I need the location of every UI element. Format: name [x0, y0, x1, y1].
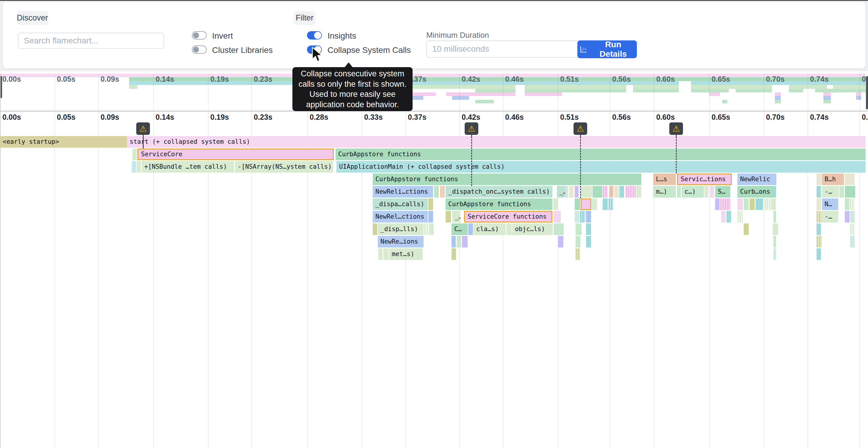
- flame-block[interactable]: L…s: [653, 173, 676, 185]
- flame-block[interactable]: [558, 236, 563, 247]
- flame-block[interactable]: [721, 211, 725, 222]
- flame-block[interactable]: [603, 186, 608, 198]
- cluster-libraries-toggle[interactable]: [192, 45, 207, 54]
- flame-block[interactable]: [765, 199, 770, 210]
- flame-block[interactable]: <early startup>: [0, 136, 127, 148]
- flame-block[interactable]: [575, 199, 580, 210]
- flame-block[interactable]: S…: [715, 186, 730, 198]
- run-details-button[interactable]: Run Details: [578, 40, 637, 58]
- flame-block[interactable]: [816, 248, 821, 260]
- flame-block[interactable]: [468, 223, 473, 235]
- flame-block[interactable]: [452, 236, 456, 247]
- flame-block[interactable]: CurbAppstore functions: [373, 173, 641, 185]
- search-input[interactable]: [18, 33, 164, 49]
- flame-block[interactable]: ServiceCore: [137, 148, 334, 160]
- flame-block[interactable]: CurbAppstore functions: [445, 199, 552, 210]
- flame-block[interactable]: [773, 186, 776, 198]
- filter-button[interactable]: Filter: [293, 11, 316, 25]
- flame-block[interactable]: [845, 173, 855, 185]
- flame-block[interactable]: [428, 199, 433, 210]
- flame-block[interactable]: [816, 199, 821, 210]
- flame-block[interactable]: [773, 248, 776, 260]
- flame-block[interactable]: [457, 236, 461, 247]
- flame-block[interactable]: [816, 211, 822, 222]
- flame-block[interactable]: [593, 186, 602, 198]
- flame-block[interactable]: [586, 236, 591, 247]
- flame-block[interactable]: [850, 199, 855, 210]
- flame-block[interactable]: [614, 186, 619, 198]
- flame-block[interactable]: [737, 199, 743, 210]
- flame-block[interactable]: _disp…lls): [378, 223, 424, 235]
- flame-block[interactable]: [609, 199, 613, 210]
- flame-block[interactable]: N…: [822, 199, 838, 210]
- flame-block[interactable]: [581, 199, 591, 210]
- flame-block[interactable]: [586, 211, 591, 222]
- flame-block[interactable]: [771, 199, 776, 210]
- flame-block[interactable]: [576, 248, 580, 260]
- flame-block[interactable]: [677, 186, 681, 198]
- flame-block[interactable]: [845, 199, 849, 210]
- flame-block[interactable]: [816, 223, 821, 235]
- flame-block[interactable]: [136, 161, 141, 173]
- flame-block[interactable]: [816, 186, 821, 198]
- flame-block[interactable]: met…s): [389, 248, 423, 260]
- flame-block[interactable]: [565, 186, 568, 198]
- discover-button[interactable]: Discover: [17, 11, 48, 25]
- flame-block[interactable]: [773, 173, 776, 185]
- flame-block[interactable]: B…h: [822, 173, 844, 185]
- invert-toggle[interactable]: [192, 31, 207, 39]
- flame-block[interactable]: [132, 148, 137, 160]
- flame-block[interactable]: [383, 248, 389, 260]
- flame-block[interactable]: C…: [452, 223, 468, 235]
- flame-block[interactable]: [424, 223, 428, 235]
- flame-block[interactable]: [434, 186, 439, 198]
- flame-block[interactable]: [773, 211, 776, 222]
- flame-block[interactable]: [726, 211, 731, 222]
- flame-block[interactable]: [452, 248, 456, 260]
- flame-block[interactable]: -[NSArray(NS…ystem calls): [235, 161, 333, 173]
- warning-icon[interactable]: ⚠: [574, 123, 587, 135]
- flame-block[interactable]: _dispatch_onc…system calls): [445, 186, 552, 198]
- flame-block[interactable]: cla…s): [473, 223, 506, 235]
- flame-block[interactable]: [715, 199, 719, 210]
- flame-block[interactable]: _dispa…calls): [373, 199, 428, 210]
- minimum-duration-input[interactable]: [426, 40, 602, 58]
- flame-block[interactable]: [445, 211, 451, 222]
- flame-block[interactable]: [850, 223, 855, 235]
- flame-block[interactable]: [440, 186, 445, 198]
- flame-block[interactable]: [132, 161, 136, 173]
- flame-block[interactable]: [378, 248, 382, 260]
- warning-icon[interactable]: ⚠: [465, 123, 478, 135]
- flame-block[interactable]: [576, 223, 582, 235]
- flame-block[interactable]: [737, 211, 743, 222]
- flame-block[interactable]: [755, 199, 763, 210]
- flame-block[interactable]: NewRel…ctions: [373, 211, 428, 222]
- flame-block[interactable]: [773, 223, 778, 235]
- insights-toggle[interactable]: [307, 31, 322, 39]
- flame-block[interactable]: _…: [452, 211, 461, 222]
- flame-block[interactable]: [580, 211, 585, 222]
- flame-block[interactable]: [575, 186, 579, 198]
- flame-block[interactable]: [850, 236, 855, 247]
- flame-block[interactable]: [581, 186, 592, 198]
- flame-block[interactable]: +[NSBundle …tem calls): [142, 161, 234, 173]
- flame-block[interactable]: NewRelic: [737, 173, 776, 185]
- flame-block[interactable]: CurbAppstore functions: [336, 148, 866, 160]
- minimap-viewport-handle[interactable]: [866, 76, 868, 109]
- warning-icon[interactable]: ⚠: [669, 123, 683, 135]
- flame-block[interactable]: [773, 236, 776, 247]
- flame-block[interactable]: [429, 223, 434, 235]
- flame-block[interactable]: [816, 236, 822, 247]
- flame-block[interactable]: c…): [682, 186, 704, 198]
- flame-block[interactable]: [816, 173, 822, 185]
- flame-block[interactable]: [428, 211, 433, 222]
- flame-block[interactable]: [744, 223, 749, 235]
- flame-block[interactable]: [592, 199, 597, 210]
- flame-block[interactable]: [750, 199, 755, 210]
- flame-block[interactable]: Curb…ons: [737, 186, 776, 198]
- flame-block[interactable]: -…: [822, 211, 838, 222]
- flame-block[interactable]: [569, 186, 574, 198]
- flame-block[interactable]: objc…ls): [512, 223, 553, 235]
- flame-block[interactable]: [704, 186, 708, 198]
- flame-block[interactable]: [720, 199, 730, 210]
